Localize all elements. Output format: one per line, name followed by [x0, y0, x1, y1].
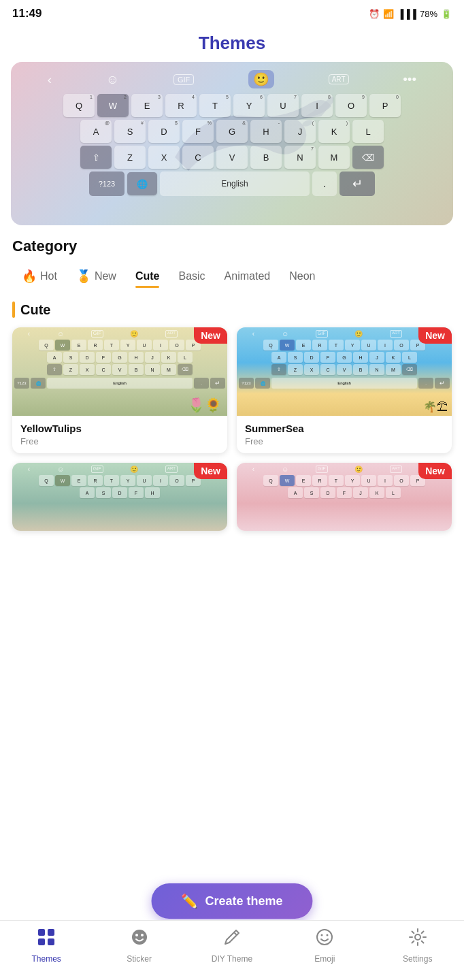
theme-grid: New ‹☺GIF🙂ART••• Q W E R T Y — [12, 327, 452, 531]
theme-card-3[interactable]: New ‹☺GIF🙂ART••• Q W E R T Y U — [12, 463, 227, 531]
key-h[interactable]: -H — [250, 120, 282, 143]
svg-point-5 — [132, 930, 147, 945]
kb-gif-icon[interactable]: GIF — [173, 74, 194, 85]
mini-i: I — [153, 340, 168, 350]
key-l[interactable]: L — [352, 120, 384, 143]
key-d[interactable]: $D — [148, 120, 180, 143]
tab-animated[interactable]: Animated — [215, 266, 280, 287]
kb-art-icon[interactable]: ART — [329, 74, 349, 84]
key-a[interactable]: @A — [80, 120, 112, 143]
mini-r3: R — [88, 475, 103, 486]
key-u[interactable]: 7U — [267, 94, 299, 117]
mini-k1: K — [161, 352, 176, 363]
battery-icon: 🔋 — [441, 9, 452, 19]
card-name-1: YellowTulips — [20, 423, 219, 434]
mini-y2: Y — [345, 340, 360, 350]
mini-t2: T — [329, 340, 344, 350]
tab-basic-label: Basic — [178, 270, 205, 282]
key-g[interactable]: &G — [216, 120, 248, 143]
key-backspace[interactable]: ⌫ — [352, 146, 384, 169]
key-b[interactable]: B — [250, 146, 282, 169]
mini-row-3b: ⇧ Z X C V B N M ⌫ — [239, 364, 450, 375]
key-enter[interactable]: ↵ — [339, 172, 375, 196]
tab-hot[interactable]: 🔥 Hot — [12, 265, 67, 288]
key-s[interactable]: #S — [114, 120, 146, 143]
key-z[interactable]: Z — [114, 146, 146, 169]
mini-num1: ?123 — [14, 378, 29, 389]
mini-row-2c: A S D F H — [14, 487, 225, 498]
mini-v1: V — [112, 364, 127, 375]
tab-cute[interactable]: Cute — [126, 266, 169, 287]
mini-shift1: ⇧ — [47, 364, 62, 375]
key-i[interactable]: 8I — [301, 94, 333, 117]
nav-diy-theme[interactable]: DIY Theme — [208, 928, 256, 964]
svg-point-11 — [327, 934, 329, 936]
tulips-decoration: 🌷🌻 — [188, 397, 222, 413]
tab-neon[interactable]: Neon — [280, 266, 325, 287]
mini-b2: B — [353, 364, 368, 375]
status-icons: ⏰ 📶 ▐▐▐ 78% 🔋 — [369, 9, 452, 19]
key-q[interactable]: 1Q — [63, 94, 95, 117]
kb-row-3: ⇧ Z X C V B 7N M ⌫ — [15, 146, 449, 169]
kb-more-icon[interactable]: ••• — [403, 72, 416, 87]
key-shift[interactable]: ⇧ — [80, 146, 112, 169]
mini-u2: U — [361, 340, 376, 350]
mini-o2: O — [394, 340, 409, 350]
nav-emoji[interactable]: Emoji — [301, 928, 348, 964]
key-period[interactable]: . — [312, 172, 337, 196]
key-space[interactable]: English — [160, 172, 310, 196]
nav-themes[interactable]: Themes — [22, 928, 70, 964]
mini-l2: L — [402, 352, 417, 363]
nav-sticker[interactable]: Sticker — [116, 928, 163, 964]
keyboard-preview-inner: ‹ ☺ GIF 🙂 ART ••• 1Q 2W 3E 4R 5T 6Y 7U 8… — [11, 62, 453, 225]
key-j[interactable]: (J — [284, 120, 316, 143]
kb-back-icon[interactable]: ‹ — [48, 72, 52, 87]
key-o[interactable]: 9O — [335, 94, 367, 117]
new-badge-1: New — [194, 327, 227, 344]
key-e[interactable]: 3E — [131, 94, 163, 117]
nav-settings[interactable]: Settings — [394, 928, 442, 964]
kb-emoji-icon[interactable]: ☺ — [106, 72, 119, 87]
kb-sticker-icon[interactable]: 🙂 — [248, 70, 274, 88]
key-t[interactable]: 5T — [199, 94, 231, 117]
key-k[interactable]: )K — [318, 120, 350, 143]
svg-point-12 — [415, 934, 420, 940]
mini-j1: J — [145, 352, 160, 363]
card-info-2: SummerSea Free — [237, 416, 452, 453]
cute-header: Cute — [12, 301, 452, 318]
key-p[interactable]: 0P — [369, 94, 401, 117]
key-x[interactable]: X — [148, 146, 180, 169]
mini-f3: F — [129, 487, 144, 498]
theme-card-yellow-tulips[interactable]: New ‹☺GIF🙂ART••• Q W E R T Y — [12, 327, 227, 453]
mini-q2: Q — [263, 340, 278, 350]
mini-y4: Y — [345, 475, 360, 486]
mini-row-2a: A S D F G H J K L — [14, 352, 225, 363]
mini-h2: H — [353, 352, 368, 363]
mini-u3: U — [137, 475, 152, 486]
themes-icon — [37, 928, 56, 951]
mini-s3: S — [96, 487, 111, 498]
key-num-switch[interactable]: ?123 — [89, 172, 125, 196]
key-r[interactable]: 4R — [165, 94, 197, 117]
key-m[interactable]: M — [318, 146, 350, 169]
mini-globe1: 🌐 — [31, 378, 46, 389]
key-n[interactable]: 7N — [284, 146, 316, 169]
tab-new[interactable]: 🏅 New — [67, 265, 126, 288]
key-f[interactable]: %F — [182, 120, 214, 143]
key-y[interactable]: 6Y — [233, 94, 265, 117]
key-c[interactable]: C — [182, 146, 214, 169]
key-w[interactable]: 2W — [97, 94, 129, 117]
theme-card-4[interactable]: New ‹☺GIF🙂ART••• Q W E R T Y U — [237, 463, 452, 531]
mini-u: U — [137, 340, 152, 350]
tab-basic[interactable]: Basic — [169, 266, 214, 287]
create-theme-button[interactable]: ✏️ Create theme — [151, 883, 312, 919]
mini-row-1d: Q W E R T Y U I O P — [239, 475, 450, 486]
key-globe[interactable]: 🌐 — [127, 172, 157, 195]
key-v[interactable]: V — [216, 146, 248, 169]
tab-animated-label: Animated — [225, 270, 271, 282]
mini-shift2: ⇧ — [271, 364, 286, 375]
mini-d4: D — [320, 487, 335, 498]
category-title: Category — [12, 238, 452, 255]
theme-card-summer-sea[interactable]: New ‹☺GIF🙂ART••• Q W E R T Y U — [237, 327, 452, 453]
bottom-spacer — [12, 531, 452, 640]
